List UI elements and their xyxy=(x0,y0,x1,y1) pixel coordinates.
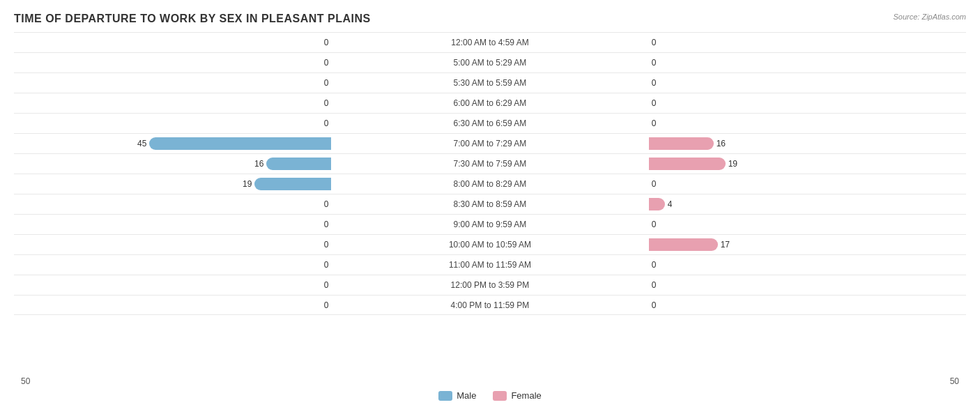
val-male: 0 xyxy=(312,260,331,270)
table-row: 0 5:30 AM to 5:59 AM 0 xyxy=(14,72,966,93)
axis-left-label: 50 xyxy=(21,376,30,386)
val-male: 0 xyxy=(312,300,331,310)
left-bars: 45 xyxy=(14,137,331,150)
source-text: Source: ZipAtlas.com xyxy=(893,13,966,21)
chart-area: 0 12:00 AM to 4:59 AM 0 0 5:00 AM to 5:2… xyxy=(14,32,966,374)
row-label: 6:00 AM to 6:29 AM xyxy=(406,98,574,108)
right-bars: 16 xyxy=(649,137,966,150)
left-bars: 0 xyxy=(14,218,331,231)
table-row: 19 8:00 AM to 8:29 AM 0 xyxy=(14,174,966,194)
left-bars: 0 xyxy=(14,36,331,49)
val-male: 0 xyxy=(312,38,331,47)
row-label: 7:00 AM to 7:29 AM xyxy=(406,139,574,148)
row-label: 11:00 AM to 11:59 AM xyxy=(406,260,574,270)
val-male: 16 xyxy=(247,159,266,169)
row-label: 9:00 AM to 9:59 AM xyxy=(406,220,574,229)
val-female: 0 xyxy=(649,58,668,68)
legend-female-box xyxy=(493,391,507,401)
val-female: 17 xyxy=(718,240,737,250)
table-row: 45 7:00 AM to 7:29 AM 16 xyxy=(14,133,966,153)
val-female: 4 xyxy=(665,199,684,209)
bar-female xyxy=(649,158,726,170)
table-row: 0 9:00 AM to 9:59 AM 0 xyxy=(14,214,966,234)
right-bars: 0 xyxy=(649,279,966,291)
bar-male xyxy=(266,158,331,170)
right-bars: 0 xyxy=(649,77,966,89)
val-female: 0 xyxy=(649,118,668,128)
left-bars: 0 xyxy=(14,238,331,251)
row-label: 5:30 AM to 5:59 AM xyxy=(406,78,574,88)
val-female: 0 xyxy=(649,260,668,270)
right-bars: 0 xyxy=(649,178,966,190)
table-row: 0 8:30 AM to 8:59 AM 4 xyxy=(14,194,966,214)
val-male: 0 xyxy=(312,118,331,128)
left-bars: 0 xyxy=(14,299,331,312)
legend-male: Male xyxy=(438,390,476,401)
bar-female xyxy=(649,198,665,210)
left-bars: 0 xyxy=(14,97,331,109)
row-label: 8:30 AM to 8:59 AM xyxy=(406,199,574,209)
left-bars: 0 xyxy=(14,56,331,69)
val-female: 0 xyxy=(649,78,668,88)
legend-female-label: Female xyxy=(511,390,541,401)
right-bars: 0 xyxy=(649,117,966,130)
table-row: 0 10:00 AM to 10:59 AM 17 xyxy=(14,234,966,254)
bar-male xyxy=(254,178,331,190)
val-male: 45 xyxy=(130,139,149,148)
legend: Male Female xyxy=(14,390,966,401)
right-bars: 0 xyxy=(649,259,966,271)
val-female: 0 xyxy=(649,38,668,47)
left-bars: 0 xyxy=(14,198,331,210)
bar-female xyxy=(649,238,718,251)
right-bars: 0 xyxy=(649,56,966,69)
table-row: 0 4:00 PM to 11:59 PM 0 xyxy=(14,295,966,315)
table-row: 0 5:00 AM to 5:29 AM 0 xyxy=(14,52,966,72)
table-row: 0 11:00 AM to 11:59 AM 0 xyxy=(14,254,966,275)
val-male: 0 xyxy=(312,220,331,229)
bar-female xyxy=(649,137,714,150)
left-bars: 0 xyxy=(14,259,331,271)
val-female: 0 xyxy=(649,179,668,189)
row-label: 4:00 PM to 11:59 PM xyxy=(406,300,574,310)
right-bars: 17 xyxy=(649,238,966,251)
right-bars: 0 xyxy=(649,97,966,109)
table-row: 0 12:00 PM to 3:59 PM 0 xyxy=(14,275,966,295)
table-row: 0 12:00 AM to 4:59 AM 0 xyxy=(14,32,966,52)
chart-container: TIME OF DEPARTURE TO WORK BY SEX IN PLEA… xyxy=(0,0,980,414)
axis-right-label: 50 xyxy=(950,376,959,386)
val-female: 0 xyxy=(649,220,668,229)
val-male: 0 xyxy=(312,199,331,209)
row-label: 8:00 AM to 8:29 AM xyxy=(406,179,574,189)
left-bars: 0 xyxy=(14,117,331,130)
row-label: 12:00 PM to 3:59 PM xyxy=(406,280,574,290)
row-label: 5:00 AM to 5:29 AM xyxy=(406,58,574,68)
val-female: 0 xyxy=(649,98,668,108)
legend-male-label: Male xyxy=(457,390,476,401)
row-label: 10:00 AM to 10:59 AM xyxy=(406,240,574,250)
chart-title: TIME OF DEPARTURE TO WORK BY SEX IN PLEA… xyxy=(14,13,966,25)
right-bars: 0 xyxy=(649,218,966,231)
val-male: 19 xyxy=(235,179,254,189)
val-female: 0 xyxy=(649,280,668,290)
val-male: 0 xyxy=(312,98,331,108)
val-male: 0 xyxy=(312,78,331,88)
right-bars: 0 xyxy=(649,299,966,312)
table-row: 0 6:30 AM to 6:59 AM 0 xyxy=(14,113,966,133)
val-male: 0 xyxy=(312,58,331,68)
right-bars: 19 xyxy=(649,158,966,170)
right-bars: 0 xyxy=(649,36,966,49)
row-label: 12:00 AM to 4:59 AM xyxy=(406,38,574,47)
val-female: 0 xyxy=(649,300,668,310)
right-bars: 4 xyxy=(649,198,966,210)
val-male: 0 xyxy=(312,280,331,290)
legend-female: Female xyxy=(493,390,541,401)
row-label: 7:30 AM to 7:59 AM xyxy=(406,159,574,169)
row-label: 6:30 AM to 6:59 AM xyxy=(406,118,574,128)
val-female: 16 xyxy=(714,139,733,148)
left-bars: 0 xyxy=(14,279,331,291)
legend-male-box xyxy=(438,391,452,401)
left-bars: 16 xyxy=(14,158,331,170)
val-female: 19 xyxy=(726,159,745,169)
table-row: 0 6:00 AM to 6:29 AM 0 xyxy=(14,93,966,113)
left-bars: 0 xyxy=(14,77,331,89)
